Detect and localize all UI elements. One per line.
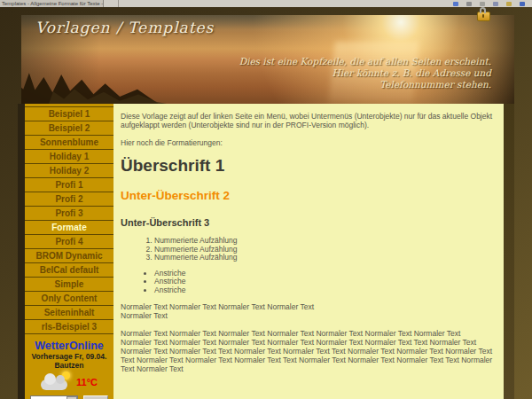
bullet-list-item: Anstriche [154,286,493,295]
go-button[interactable]: GO [83,395,108,399]
browser-tab-title: Templates - Allgemeine Formate für Texte… [2,1,104,6]
heading-3: Unter-Überschrift 3 [121,217,493,228]
main-content: Diese Vorlage zeigt auf der linken Seite… [113,104,504,399]
wetteronline-logo[interactable]: WetterOnline [25,340,113,352]
content-right-border [504,104,514,399]
padlock-icon[interactable] [477,12,490,21]
normal-text-block: Normaler Text Normaler Text Normaler Tex… [121,302,493,320]
sidebar-item-brom-dynamic[interactable]: BROM Dynamic [25,249,113,263]
sidebar-item-only-content[interactable]: Only Content [25,292,113,306]
forecast-range-select[interactable]: 3 Tage ▼ [30,395,78,399]
numbered-list-item: Nummerierte Aufzählung [154,254,493,262]
normal-text-line: Normaler Text Normaler Text Normaler Tex… [121,302,493,311]
browser-toolbar-icon[interactable] [466,2,472,6]
browser-toolbar-icon[interactable] [520,2,525,6]
sidebar-item-rls-beispiel-3[interactable]: rls-Beispiel 3 [25,320,113,334]
forecast-date: Vorhersage Fr, 09.04. [25,352,113,361]
sidebar-item-sonnenblume[interactable]: Sonnenblume [25,136,113,150]
sidebar-item-beispiel-1[interactable]: Beispiel 1 [25,107,113,121]
heading-2: Unter-Überschrift 2 [121,190,493,202]
normal-text-line: Normaler Text [121,311,493,320]
browser-toolbar-icon[interactable] [480,2,485,6]
header-tagline: Dies ist eine Kopfzeile, die auf allen S… [239,56,491,90]
forecast-city: Bautzen [25,361,113,370]
bullet-list-item: Anstriche [154,270,493,278]
main-menu: Beispiel 1 Beispiel 2 Sonnenblume Holida… [25,106,113,334]
tagline-line: Hier könnte z. B. die Adresse und [239,67,491,79]
browser-toolbar: Templates - Allgemeine Formate für Texte… [0,0,532,7]
numbered-list: Nummerierte Aufzählung Nummerierte Aufzä… [144,237,493,262]
sidebar-item-belcal-default[interactable]: BelCal default [25,263,113,278]
bullet-list-item: Anstriche [154,278,493,286]
sidebar-item-holiday-1[interactable]: Holiday 1 [25,150,113,164]
tagline-line: Dies ist eine Kopfzeile, die auf allen S… [239,56,491,67]
browser-tab[interactable]: Templates - Allgemeine Formate für Texte… [0,0,104,7]
sidebar-left-border [18,104,25,399]
browser-toolbar-icons [453,2,532,6]
page-title: Vorlagen / Templates [35,19,214,36]
site-header: Vorlagen / Templates Dies ist eine Kopfz… [21,15,514,104]
sun-icon [62,372,70,379]
toolbar-divider [118,0,119,7]
sidebar-item-holiday-2[interactable]: Holiday 2 [25,164,113,178]
bullet-list: Anstriche Anstriche Anstriche [146,270,493,295]
normal-text-paragraph: Normaler Text Normaler Text Normaler Tex… [121,329,493,373]
sidebar-item-profi-1[interactable]: Profi 1 [25,178,113,192]
sidebar-item-seiteninhalt[interactable]: Seiteninhalt [25,306,113,320]
sidebar-item-simple[interactable]: Simple [25,278,113,292]
browser-toolbar-icon[interactable] [453,2,458,6]
partly-cloudy-icon [41,379,67,390]
browser-toolbar-icon[interactable] [506,2,512,6]
sidebar-item-formate[interactable]: Formate [25,221,113,235]
sidebar: Beispiel 1 Beispiel 2 Sonnenblume Holida… [25,104,113,399]
formats-intro-text: Hier noch die Formatierungen: [121,138,493,147]
weather-widget: WetterOnline Vorhersage Fr, 09.04. Bautz… [25,340,113,399]
sidebar-item-profi-4[interactable]: Profi 4 [25,235,113,249]
sidebar-item-profi-2[interactable]: Profi 2 [25,192,113,207]
heading-1: Überschrift 1 [121,157,493,175]
tagline-line: Telefonnummer stehen. [239,79,491,90]
browser-toolbar-icon[interactable] [493,2,498,6]
sidebar-item-profi-3[interactable]: Profi 3 [25,207,113,221]
intro-paragraph: Diese Vorlage zeigt auf der linken Seite… [121,112,493,129]
weather-condition: 11°C [25,372,113,393]
sidebar-item-beispiel-2[interactable]: Beispiel 2 [25,121,113,136]
temperature-value: 11°C [76,377,98,387]
weather-controls: 3 Tage ▼ GO [25,395,113,399]
